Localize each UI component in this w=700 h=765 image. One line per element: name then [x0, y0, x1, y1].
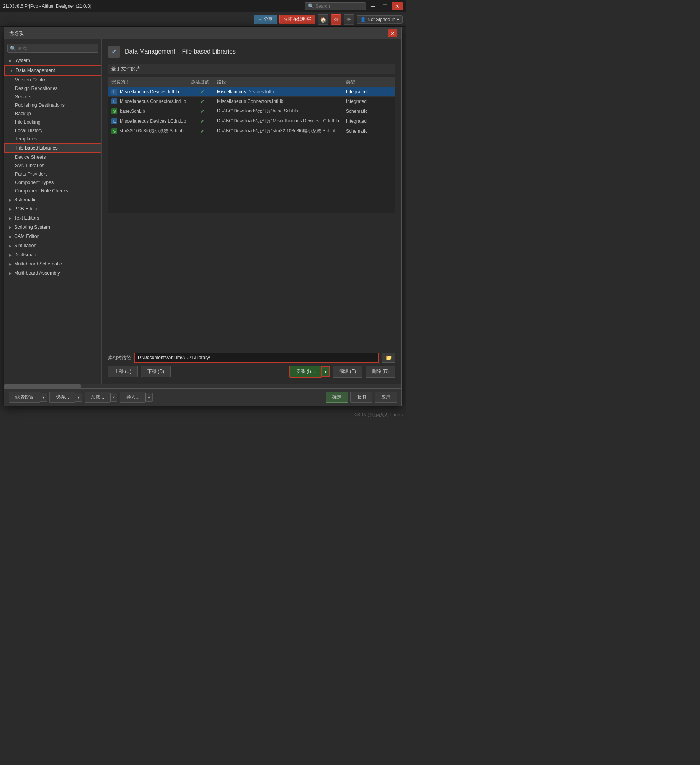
- sidebar-item-backup[interactable]: Backup: [4, 109, 101, 118]
- sidebar-item-label: Multi-board Assembly: [14, 270, 60, 276]
- content-spacer: [108, 213, 395, 348]
- sidebar-item-label: Draftsman: [14, 252, 36, 257]
- default-settings-dropdown[interactable]: ▾: [40, 393, 47, 402]
- content-header: ✔ Data Management – File-based Libraries: [108, 46, 395, 58]
- sidebar-item-multi-board-schematic[interactable]: ▶ Multi-board Schematic: [4, 259, 101, 269]
- sidebar-item-label: Simulation: [14, 243, 36, 248]
- sidebar-item-scripting[interactable]: ▶ Scripting System: [4, 223, 101, 232]
- import-dropdown[interactable]: ▾: [145, 393, 153, 402]
- table-row[interactable]: L Miscellaneous Connectors.IntLib ✔ Misc…: [108, 97, 395, 106]
- horizontal-scrollbar[interactable]: [4, 384, 401, 388]
- load-dropdown[interactable]: ▾: [110, 393, 117, 402]
- sidebar-item-templates[interactable]: Templates: [4, 135, 101, 143]
- sim-arrow: ▶: [9, 244, 12, 248]
- load-group: 加载... ▾: [85, 392, 117, 403]
- buy-button[interactable]: 立即在线购买: [279, 15, 315, 24]
- path-input[interactable]: [134, 353, 379, 363]
- sidebar-item-parts-providers[interactable]: Parts Providers: [4, 170, 101, 178]
- sidebar-item-label: Scripting System: [14, 225, 50, 230]
- sidebar-item-draftsman[interactable]: ▶ Draftsman: [4, 250, 101, 259]
- table-row[interactable]: L Miscellaneous Devices LC.IntLib ✔ D:\A…: [108, 116, 395, 126]
- sidebar-item-design-repos[interactable]: Design Repositories: [4, 84, 101, 93]
- install-dropdown-button[interactable]: ▾: [322, 366, 330, 377]
- global-search-bar[interactable]: 🔍: [305, 2, 366, 10]
- scroll-thumb[interactable]: [4, 384, 81, 388]
- sidebar-item-file-based-libs[interactable]: File-based Libraries: [4, 143, 101, 153]
- row-path-cell: Miscellaneous Connectors.IntLib: [217, 99, 343, 104]
- delete-button[interactable]: 删除 (R): [366, 366, 395, 378]
- table-row[interactable]: S stm32f103c8t6最小系统.SchLib ✔ D:\ABC\Down…: [108, 126, 395, 136]
- brush-icon[interactable]: ✏: [344, 14, 354, 25]
- default-settings-button[interactable]: 缺省设置: [9, 392, 40, 403]
- minimize-button[interactable]: ─: [367, 2, 378, 10]
- col-type: 类型: [346, 79, 392, 85]
- table-row[interactable]: S base.SchLib ✔ D:\ABC\Downloads\元件库\bas…: [108, 106, 395, 116]
- table-row[interactable]: L Miscellaneous Devices.IntLib ✔ Miscell…: [108, 87, 395, 97]
- sidebar-item-system[interactable]: ▶ System: [4, 56, 101, 65]
- row-type-cell: Integrated: [346, 119, 392, 124]
- row-active-cell[interactable]: ✔: [191, 128, 214, 134]
- user-menu-button[interactable]: 👤 Not Signed In ▾: [357, 15, 403, 24]
- lib-type-icon: L: [111, 118, 117, 124]
- sidebar-item-version-control[interactable]: Version Control: [4, 76, 101, 84]
- mbs-arrow: ▶: [9, 262, 12, 266]
- global-search-input[interactable]: [315, 3, 361, 9]
- col-path: 路径: [217, 79, 343, 85]
- col-active: 激活过的: [191, 79, 214, 85]
- sidebar-item-simulation[interactable]: ▶ Simulation: [4, 241, 101, 250]
- sidebar-item-cam-editor[interactable]: ▶ CAM Editor: [4, 232, 101, 241]
- sidebar-item-pcb-editor[interactable]: ▶ PCB Editor: [4, 204, 101, 213]
- move-down-button[interactable]: 下移 (D): [141, 366, 171, 377]
- home-icon[interactable]: 🏠: [318, 14, 328, 25]
- sidebar-item-text-editors[interactable]: ▶ Text Editors: [4, 213, 101, 223]
- footer-left-group: 缺省设置 ▾ 保存... ▾ 加载... ▾ 导入... ▾: [9, 392, 153, 403]
- restore-button[interactable]: ❐: [380, 2, 390, 10]
- share-button[interactable]: → 分享: [254, 15, 277, 24]
- schematic-arrow: ▶: [9, 198, 12, 202]
- row-active-cell[interactable]: ✔: [191, 108, 214, 114]
- dialog-close-button[interactable]: ✕: [388, 29, 397, 37]
- close-button[interactable]: ✕: [392, 2, 403, 10]
- sidebar-item-component-types[interactable]: Component Types: [4, 178, 101, 187]
- cancel-button[interactable]: 取消: [350, 392, 372, 403]
- sidebar-item-device-sheets[interactable]: Device Sheets: [4, 153, 101, 161]
- settings-icon[interactable]: ⚙: [331, 14, 341, 25]
- sidebar-search-input[interactable]: [18, 46, 96, 51]
- row-active-cell[interactable]: ✔: [191, 89, 214, 95]
- row-active-cell[interactable]: ✔: [191, 118, 214, 124]
- save-group: 保存... ▾: [49, 392, 82, 403]
- row-name-cell: S stm32f103c8t6最小系统.SchLib: [111, 128, 188, 134]
- apply-button[interactable]: 应用: [375, 392, 397, 403]
- save-dropdown[interactable]: ▾: [75, 393, 82, 402]
- row-name-cell: S base.SchLib: [111, 108, 188, 114]
- sidebar-search-icon: 🔍: [10, 46, 16, 51]
- sidebar-item-publishing-dest[interactable]: Publishing Destinations: [4, 101, 101, 109]
- action-right-group: 安装 (I)... ▾ 编辑 (E) 删除 (R): [289, 366, 395, 378]
- confirm-button[interactable]: 确定: [326, 392, 348, 403]
- window-controls: 🔍 ─ ❐ ✕: [305, 2, 403, 10]
- user-label: Not Signed In: [367, 17, 395, 22]
- user-avatar-icon: 👤: [360, 17, 366, 22]
- import-button[interactable]: 导入...: [120, 392, 145, 403]
- sidebar-item-component-rule-checks[interactable]: Component Rule Checks: [4, 187, 101, 195]
- sidebar-search-box[interactable]: 🔍: [7, 44, 98, 53]
- sidebar-item-svn-libraries[interactable]: SVN Libraries: [4, 161, 101, 170]
- lib-type-icon: S: [111, 108, 117, 114]
- row-type-cell: Integrated: [346, 99, 392, 104]
- edit-button[interactable]: 编辑 (E): [333, 366, 362, 378]
- row-active-cell[interactable]: ✔: [191, 98, 214, 104]
- sidebar-item-schematic[interactable]: ▶ Schematic: [4, 195, 101, 204]
- install-button[interactable]: 安装 (I)...: [289, 366, 322, 378]
- sidebar-item-file-locking[interactable]: File Locking: [4, 118, 101, 126]
- path-label: 库相对路径: [108, 355, 131, 361]
- sidebar-item-multi-board-assembly[interactable]: ▶ Multi-board Assembly: [4, 269, 101, 278]
- sidebar-item-data-management[interactable]: ▼ Data Management: [4, 65, 101, 76]
- sidebar-item-local-history[interactable]: Local History: [4, 126, 101, 135]
- load-button[interactable]: 加载...: [85, 392, 110, 403]
- sidebar-item-servers[interactable]: Servers: [4, 93, 101, 101]
- browse-button[interactable]: 📁: [382, 353, 395, 363]
- save-button[interactable]: 保存...: [49, 392, 75, 403]
- row-name-cell: L Miscellaneous Devices.IntLib: [111, 89, 188, 95]
- move-up-button[interactable]: 上移 (U): [108, 366, 138, 377]
- check-icon: ✔: [111, 47, 117, 56]
